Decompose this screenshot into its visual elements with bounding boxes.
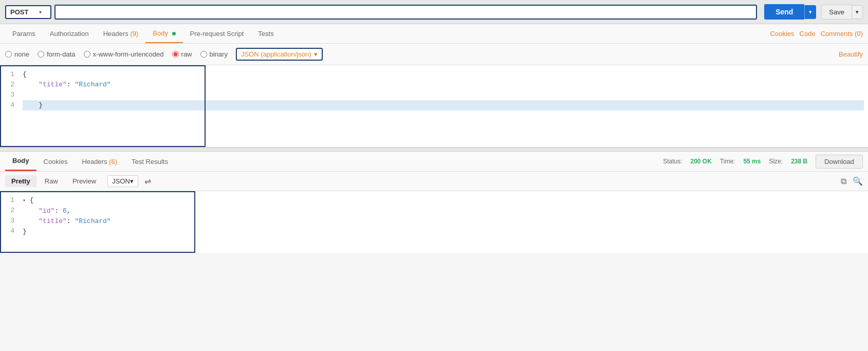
- format-none[interactable]: none: [5, 50, 29, 58]
- resp-code-line-2: "id": 6,: [23, 206, 864, 216]
- response-code-editor[interactable]: 1 2 3 4 ▾ { "id": 6, "title": "Richard" …: [0, 191, 868, 241]
- resp-headers-badge: (6): [109, 158, 117, 165]
- code-line-1: {: [23, 69, 864, 80]
- size-value: 238 B: [791, 158, 807, 165]
- tab-params[interactable]: Params: [5, 25, 43, 43]
- url-input-wrapper: http://localhost:8080/api/customers: [54, 5, 757, 20]
- time-label: Time:: [720, 158, 735, 165]
- response-json-type-selector[interactable]: JSON ▾: [107, 175, 138, 187]
- format-binary[interactable]: binary: [200, 50, 228, 58]
- tab-prerequest[interactable]: Pre-request Script: [183, 25, 251, 43]
- response-line-numbers: 1 2 3 4: [0, 195, 19, 237]
- response-code-content: ▾ { "id": 6, "title": "Richard" }: [19, 195, 868, 237]
- copy-icon[interactable]: ⧉: [841, 177, 846, 186]
- code-line-4: }: [23, 100, 864, 110]
- format-urlencoded[interactable]: x-www-form-urlencoded: [84, 50, 164, 58]
- top-toolbar: POST GET PUT DELETE PATCH ▾ http://local…: [0, 0, 868, 24]
- response-json-dropdown-icon: ▾: [130, 177, 134, 185]
- cookies-link[interactable]: Cookies: [770, 30, 795, 38]
- json-type-dropdown-icon: ▾: [314, 50, 318, 58]
- format-raw[interactable]: raw: [172, 50, 192, 58]
- response-tabs-bar: Body Cookies Headers (6) Test Results St…: [0, 152, 868, 172]
- resp-tab-body[interactable]: Body: [5, 152, 36, 171]
- resp-format-raw[interactable]: Raw: [39, 175, 64, 187]
- save-dropdown-button[interactable]: ▾: [852, 5, 863, 19]
- headers-badge: (9): [130, 30, 138, 38]
- request-body-editor: 1 2 3 4 { "title": "Richard" }: [0, 65, 868, 147]
- send-button-group: Send ▾: [764, 4, 816, 20]
- json-type-selector[interactable]: JSON (application/json) ▾: [236, 48, 323, 61]
- resp-format-preview[interactable]: Preview: [66, 175, 102, 187]
- request-code-content: { "title": "Richard" }: [19, 69, 868, 110]
- code-line-3: [23, 90, 864, 100]
- resp-code-line-1: ▾ {: [23, 195, 864, 206]
- response-json-type-label: JSON: [112, 177, 130, 185]
- resp-format-pretty[interactable]: Pretty: [5, 175, 36, 187]
- status-label: Status:: [663, 158, 682, 165]
- beautify-button[interactable]: Beautify: [839, 50, 863, 58]
- resp-code-line-3: "title": "Richard": [23, 216, 864, 227]
- response-format-bar: Pretty Raw Preview JSON ▾ ⇌ ⧉ 🔍: [0, 172, 868, 191]
- resp-tab-cookies[interactable]: Cookies: [36, 153, 75, 171]
- send-button[interactable]: Send: [764, 4, 804, 20]
- wrap-icon[interactable]: ⇌: [144, 176, 151, 186]
- code-line-2: "title": "Richard": [23, 80, 864, 90]
- size-label: Size:: [769, 158, 783, 165]
- method-selector[interactable]: POST GET PUT DELETE PATCH ▾: [5, 5, 51, 19]
- request-code-editor[interactable]: 1 2 3 4 { "title": "Richard" }: [0, 65, 868, 115]
- save-button-group: Save ▾: [821, 5, 863, 20]
- json-type-label: JSON (application/json): [241, 50, 311, 58]
- download-button[interactable]: Download: [816, 155, 863, 169]
- send-dropdown-button[interactable]: ▾: [804, 5, 816, 19]
- search-icon[interactable]: 🔍: [853, 176, 863, 186]
- resp-tab-test-results[interactable]: Test Results: [124, 153, 175, 171]
- tab-body[interactable]: Body: [145, 24, 182, 43]
- tab-right-links: Cookies Code Comments (0): [770, 30, 863, 38]
- method-dropdown-icon: ▾: [39, 9, 42, 15]
- response-status-bar: Status: 200 OK Time: 55 ms Size: 238 B D…: [663, 155, 863, 169]
- request-line-numbers: 1 2 3 4: [0, 69, 19, 110]
- section-divider: [0, 147, 868, 152]
- tab-tests[interactable]: Tests: [251, 25, 281, 43]
- body-format-bar: none form-data x-www-form-urlencoded raw…: [0, 44, 868, 65]
- time-value: 55 ms: [743, 158, 761, 165]
- save-button[interactable]: Save: [821, 5, 852, 20]
- status-value: 200 OK: [691, 158, 712, 165]
- tab-headers[interactable]: Headers (9): [96, 25, 146, 43]
- code-link[interactable]: Code: [800, 30, 816, 38]
- url-input[interactable]: http://localhost:8080/api/customers: [56, 6, 756, 19]
- resp-tab-headers[interactable]: Headers (6): [75, 153, 124, 171]
- format-formdata[interactable]: form-data: [38, 50, 76, 58]
- tab-authorization[interactable]: Authorization: [43, 25, 96, 43]
- resp-format-right: ⧉ 🔍: [841, 176, 863, 186]
- request-tabs: Params Authorization Headers (9) Body Pr…: [0, 24, 868, 44]
- response-body: 1 2 3 4 ▾ { "id": 6, "title": "Richard" …: [0, 191, 868, 253]
- resp-code-line-4: }: [23, 227, 864, 237]
- body-active-dot: [172, 32, 176, 35]
- comments-link[interactable]: Comments (0): [821, 30, 863, 38]
